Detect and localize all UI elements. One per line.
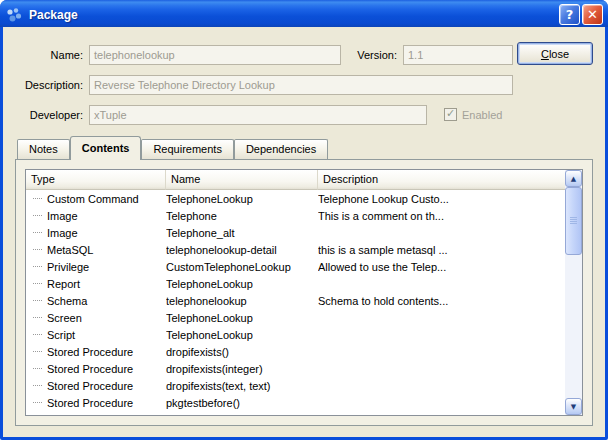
tree-branch-icon [33,334,42,335]
version-input[interactable]: 1.1 [403,45,513,65]
type-text: Stored Procedure [47,363,133,375]
name-text: dropifexists(text, text) [166,380,271,392]
cell-description: Schema to hold contents... [318,295,565,307]
contents-table: Type Name Description Custom Command Tel… [25,169,583,416]
description-text: Allowed to use the Telep... [318,261,446,273]
type-text: Stored Procedure [47,397,133,409]
cell-name: CustomTelephoneLookup [166,261,318,273]
version-label: Version: [343,45,397,65]
name-text: telephonelookup [166,295,247,307]
name-input[interactable]: telephonelookup [89,45,341,65]
scroll-up-button[interactable]: ▲ [565,170,582,187]
name-text: TelephoneLookup [166,329,253,341]
cell-type: Stored Procedure [26,346,166,358]
tree-branch-icon [33,351,42,352]
name-text: TelephoneLookup [166,278,253,290]
name-text: pkgtestbefore() [166,397,240,409]
table-row[interactable]: Image Telephone This is a comment on th.… [26,207,565,224]
tree-branch-icon [33,368,42,369]
tree-branch-icon [33,198,42,199]
package-dialog: Package ? ✕ Name: telephonelookup Versio… [0,0,608,440]
scroll-down-button[interactable]: ▼ [565,398,582,415]
cell-type: Stored Procedure [26,363,166,375]
table-row[interactable]: Stored Procedure dropifexists() [26,343,565,360]
tab-bar: Notes Contents Requirements Dependencies [17,136,328,160]
vertical-scrollbar[interactable]: ▲ ▼ [565,170,582,415]
cell-type: Screen [26,312,166,324]
table-row[interactable]: MetaSQL telephonelookup-detail this is a… [26,241,565,258]
type-text: Custom Command [47,193,139,205]
scrollbar-thumb[interactable] [565,187,582,255]
tab-notes[interactable]: Notes [17,139,70,159]
type-text: Stored Procedure [47,346,133,358]
type-text: Script [47,329,75,341]
name-text: CustomTelephoneLookup [166,261,291,273]
table-body: Custom Command TelephoneLookup Telephone… [26,190,565,415]
cell-description: this is a sample metasql ... [318,244,565,256]
table-row[interactable]: Stored Procedure dropifexists(integer) [26,360,565,377]
cell-name: telephonelookup [166,295,318,307]
tree-branch-icon [33,215,42,216]
cell-name: TelephoneLookup [166,329,318,341]
tab-dependencies[interactable]: Dependencies [234,139,328,159]
table-row[interactable]: Stored Procedure dropifexists(text, text… [26,377,565,394]
table-viewport: Type Name Description Custom Command Tel… [26,170,565,415]
header-type[interactable]: Type [26,170,166,190]
header-name[interactable]: Name [166,170,318,190]
table-row[interactable]: Screen TelephoneLookup [26,309,565,326]
table-row[interactable]: Schema telephonelookup Schema to hold co… [26,292,565,309]
table-row[interactable]: Report TelephoneLookup [26,275,565,292]
developer-input[interactable]: xTuple [89,105,427,125]
table-row[interactable]: Stored Procedure pkgtestbefore() [26,394,565,411]
tab-requirements[interactable]: Requirements [141,139,233,159]
tree-branch-icon [33,232,42,233]
cell-name: TelephoneLookup [166,278,318,290]
check-icon: ✓ [446,108,455,119]
enabled-checkbox[interactable]: ✓ [444,108,457,121]
cell-name: dropifexists() [166,346,318,358]
help-button[interactable]: ? [559,4,580,25]
titlebar[interactable]: Package ? ✕ [0,0,608,27]
type-text: Image [47,210,78,222]
cell-type: Report [26,278,166,290]
window-close-button[interactable]: ✕ [582,4,603,25]
cell-type: Image [26,227,166,239]
tree-branch-icon [33,385,42,386]
scrollbar-track[interactable] [565,187,582,398]
name-text: dropifexists() [166,346,229,358]
cell-name: TelephoneLookup [166,193,318,205]
header-description[interactable]: Description [318,170,565,190]
cell-name: telephonelookup-detail [166,244,318,256]
type-text: MetaSQL [47,244,93,256]
cell-name: Telephone [166,210,318,222]
tree-branch-icon [33,266,42,267]
type-text: Privilege [47,261,89,273]
cell-name: dropifexists(text, text) [166,380,318,392]
cell-description: This is a comment on th... [318,210,565,222]
table-row[interactable]: Script TelephoneLookup [26,326,565,343]
cell-name: dropifexists(integer) [166,363,318,375]
description-text: Schema to hold contents... [318,295,448,307]
type-text: Report [47,278,80,290]
tab-contents[interactable]: Contents [70,136,142,160]
table-row[interactable]: Privilege CustomTelephoneLookup Allowed … [26,258,565,275]
type-text: Schema [47,295,87,307]
table-row[interactable]: Custom Command TelephoneLookup Telephone… [26,190,565,207]
cell-description: Allowed to use the Telep... [318,261,565,273]
cell-name: Telephone_alt [166,227,318,239]
description-text: This is a comment on th... [318,210,444,222]
table-row[interactable]: Image Telephone_alt [26,224,565,241]
cell-type: Script [26,329,166,341]
cell-type: Custom Command [26,193,166,205]
contents-tab-panel: Type Name Description Custom Command Tel… [15,159,593,426]
name-text: TelephoneLookup [166,193,253,205]
cell-type: MetaSQL [26,244,166,256]
name-text: Telephone_alt [166,227,235,239]
cell-type: Image [26,210,166,222]
close-button[interactable]: Close [517,42,593,65]
type-text: Stored Procedure [47,380,133,392]
description-input[interactable]: Reverse Telephone Directory Lookup [89,75,513,95]
tree-branch-icon [33,300,42,301]
cell-description: Telephone Lookup Custo... [318,193,565,205]
cell-name: pkgtestbefore() [166,397,318,409]
